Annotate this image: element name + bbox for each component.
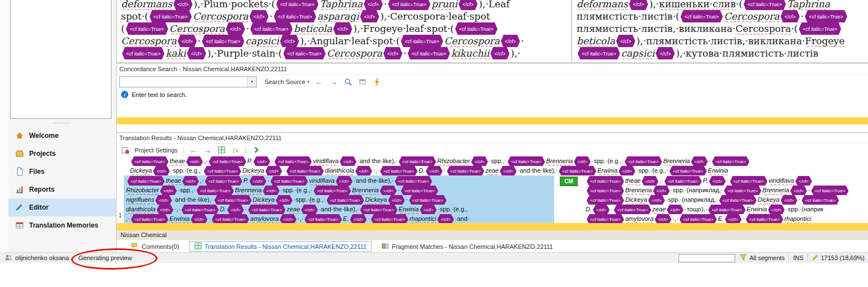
text-run: Frogeye (805, 35, 845, 47)
text-run: Brenneria (625, 187, 652, 193)
cf-open-tag-pill: <cf italic=True> (730, 176, 768, 186)
text-run: nigrifluens (126, 196, 154, 203)
cf-open-tag-pill: <cf italic=True> (360, 205, 398, 214)
users-icon (4, 254, 12, 262)
segment-filter-input[interactable] (679, 254, 735, 262)
project-settings-button[interactable]: Project Settings (134, 147, 178, 154)
next-result-button[interactable]: → (202, 145, 212, 155)
combobox-dropdown-button[interactable]: ▾ (247, 77, 256, 87)
text-run: · (398, 187, 400, 193)
text-run: spot·( (121, 11, 148, 22)
cf-close-tag-pill: </cf> (249, 176, 266, 186)
segment-filter-display[interactable]: All segments (740, 254, 785, 262)
pencil-icon (15, 203, 24, 212)
text-run: · (208, 215, 211, 222)
previous-result-button[interactable]: ← (188, 145, 198, 155)
progress-indicator: 17153 (18,69%) (812, 254, 865, 262)
insert-translation-icon[interactable] (216, 145, 226, 155)
text-run: Brenneria (663, 158, 690, 164)
cf-open-tag-pill: <cf italic=True> (805, 10, 847, 22)
sidebar-item-reports[interactable]: Reports (8, 180, 116, 198)
source-segment-pane[interactable]: deformans</cf>),·Plum·pockets·(<cf itali… (117, 0, 572, 60)
text-run: ·spp.·(e.g., (438, 206, 467, 212)
text-run: ·,· (672, 215, 678, 222)
cf-close-tag-pill: </cf> (249, 10, 268, 22)
cf-open-tag-pill: <cf italic=True> (587, 214, 624, 223)
sidebar-item-welcome[interactable]: Welcome (8, 127, 116, 145)
sidebar-item-label: Translation Memories (29, 221, 98, 229)
text-line: <cf italic=True>kaki</cf>),·Purple·stain… (121, 47, 572, 59)
cf-close-tag-pill: </cf> (276, 195, 293, 205)
sidebar-item-files[interactable]: Files (8, 163, 116, 180)
text-line: <cf italic=True>theae</cf>,·<cf italic=T… (586, 176, 866, 186)
tm-match-row[interactable]: 1 <cf italic=True>theae</cf>,·<cf italic… (117, 175, 868, 223)
text-run: deformans (577, 0, 628, 10)
context-match-badge: CM (560, 177, 578, 186)
projects-box-icon (15, 149, 24, 158)
text-run: viridiflava (309, 177, 335, 184)
target-segment-pane[interactable]: deformans</cf>),·кишеньки·слив·(<cf ital… (572, 0, 868, 60)
concordance-search-combobox[interactable]: ▾ (119, 76, 257, 87)
tab-comments[interactable]: Comments(0) (127, 242, 184, 251)
sidebar-item-projects[interactable]: Projects (8, 145, 116, 163)
filter-funnel-icon (740, 254, 747, 262)
cf-close-tag-pill: </cf> (336, 176, 352, 186)
text-run: Cercospora (121, 35, 177, 47)
export-results-icon[interactable] (358, 77, 368, 87)
text-run: dianthicola (126, 206, 156, 212)
text-run: Brenneria (546, 158, 573, 164)
search-forward-button[interactable]: → (328, 77, 338, 87)
pane-splitter-handle[interactable]: ......... (8, 119, 116, 125)
search-back-button[interactable]: ← (314, 77, 324, 87)
text-run: Erwinia (169, 215, 189, 222)
text-run: Dickeya (242, 167, 264, 174)
text-line: <cf italic=True>Dickeya</cf>·spp.·(напри… (586, 195, 866, 205)
sidebar-item-editor[interactable]: Editor (8, 198, 116, 216)
cf-close-tag-pill: </cf> (333, 22, 352, 35)
sidebar-item-translation-memories[interactable]: Translation Memories (8, 216, 116, 234)
text-run: kikuchii (451, 48, 489, 59)
cf-open-tag-pill: <cf italic=True> (204, 166, 242, 175)
insert-mode-indicator[interactable]: INS (793, 254, 803, 261)
text-line: deformans</cf>),·Plum·pockets·(<cf itali… (121, 0, 572, 10)
cf-close-tag-pill: </cf> (574, 156, 591, 166)
text-run: · (742, 215, 745, 222)
text-run: · (245, 206, 247, 212)
cf-close-tag-pill: </cf> (191, 214, 207, 223)
text-run: ,· (660, 177, 663, 184)
search-scope-dropdown[interactable]: Search Source ▾ (264, 78, 309, 85)
cf-open-tag-pill: <cf italic=True> (708, 205, 746, 214)
trados-studio-window: ......... Welcome Projects Files Reports… (0, 0, 868, 287)
cf-open-tag-pill: <cf italic=True> (275, 156, 312, 166)
cf-open-tag-pill: <cf italic=True> (274, 10, 316, 22)
cf-open-tag-pill: <cf italic=True> (250, 22, 293, 35)
text-run: ·,· (298, 215, 303, 222)
text-run: theae (625, 177, 641, 184)
concordance-settings-icon[interactable] (343, 77, 353, 87)
apply-translation-chevron-icon[interactable] (251, 145, 261, 155)
cf-open-tag-pill: <cf italic=True> (614, 205, 651, 214)
text-run: ·and·the·like),· (354, 177, 394, 184)
concordance-search-panel: Concordance Search - Nissan Chemical,HAR… (117, 63, 868, 115)
concordance-search-input[interactable] (120, 77, 247, 87)
quick-search-lightning-icon[interactable] (372, 77, 382, 87)
cf-open-tag-pill: <cf italic=True> (447, 166, 485, 175)
cf-open-tag-pill: <cf italic=True> (746, 214, 783, 223)
text-run: плямистість·листів·( (577, 11, 679, 22)
concordance-info-row: i Enter text to search. (117, 91, 868, 98)
text-run: amylovora (250, 215, 279, 222)
navigation-tree-panel[interactable] (10, 0, 112, 119)
tm-name-label: Nissan Chemical (120, 232, 167, 238)
cf-open-tag-pill: <cf italic=True> (587, 186, 624, 195)
text-run: · (270, 11, 272, 22)
cf-open-tag-pill: <cf italic=True> (625, 156, 662, 166)
text-line: ,·<cf italic=True>Erwinia</cf>·<cf itali… (126, 214, 552, 223)
project-settings-icon[interactable] (120, 145, 131, 155)
text-run: · (384, 0, 387, 10)
cf-close-tag-pill: </cf> (301, 205, 318, 214)
auto-translate-fx-icon[interactable]: ƒx (230, 145, 240, 155)
tab-fragment-matches[interactable]: Fragment Matches - Nissan Chemical,HARAK… (377, 242, 558, 251)
text-run: · (283, 167, 285, 174)
info-message: Enter text to search. (132, 91, 187, 98)
tab-translation-results[interactable]: Translation Results - Nissan Chemical,HA… (189, 241, 372, 252)
